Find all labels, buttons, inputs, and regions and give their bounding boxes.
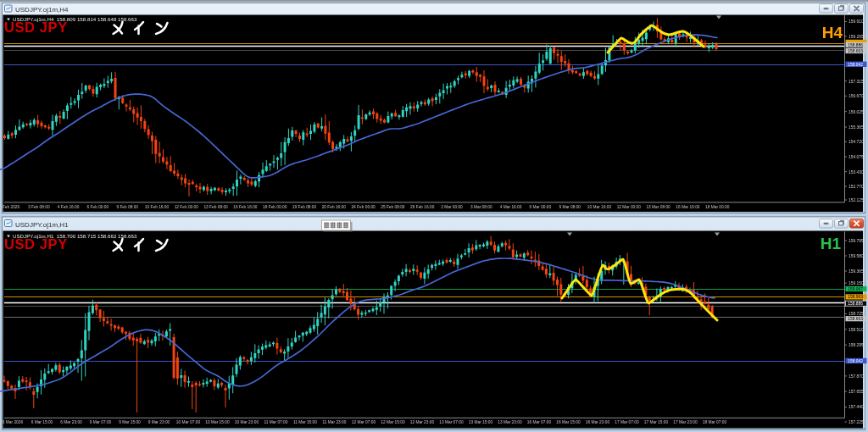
svg-text:159.795: 159.795 — [849, 239, 864, 243]
svg-text:159.910: 159.910 — [849, 19, 864, 24]
svg-text:157.655: 157.655 — [849, 390, 864, 394]
svg-text:USD JPY: USD JPY — [4, 236, 68, 252]
svg-text:6 Mar 15:00: 6 Mar 15:00 — [31, 420, 53, 424]
svg-text:153.430: 153.430 — [849, 170, 864, 174]
svg-text:13 Mar 23:00: 13 Mar 23:00 — [498, 420, 522, 424]
svg-text:18 Mar 00:00: 18 Mar 00:00 — [705, 205, 730, 209]
svg-text:10 Mar 15:00: 10 Mar 15:00 — [205, 420, 230, 424]
svg-text:9 Mar 08:00: 9 Mar 08:00 — [559, 205, 581, 209]
svg-text:158.963: 158.963 — [848, 295, 863, 299]
svg-text:11 Mar 07:00: 11 Mar 07:00 — [264, 420, 288, 424]
svg-text:159.265: 159.265 — [849, 35, 864, 39]
svg-text:12 Mar 15:00: 12 Mar 15:00 — [381, 420, 405, 424]
svg-text:11 Mar 23:00: 11 Mar 23:00 — [323, 420, 347, 424]
svg-text:12 Mar 00:00: 12 Mar 00:00 — [617, 205, 642, 209]
svg-text:158.725: 158.725 — [849, 312, 864, 316]
svg-text:16 Mar 07:00: 16 Mar 07:00 — [527, 420, 552, 424]
svg-text:12 Mar 07:00: 12 Mar 07:00 — [352, 420, 376, 424]
svg-text:10 Mar 07:00: 10 Mar 07:00 — [176, 420, 201, 424]
svg-text:155.365: 155.365 — [849, 125, 864, 130]
svg-text:13 Mar 15:00: 13 Mar 15:00 — [469, 420, 493, 424]
svg-text:USDJPY.oj1m,H4: USDJPY.oj1m,H4 — [15, 6, 69, 14]
svg-text:159.365: 159.365 — [849, 269, 864, 274]
svg-text:17 Mar 15:00: 17 Mar 15:00 — [644, 420, 669, 424]
svg-text:158.886: 158.886 — [848, 43, 863, 47]
svg-text:156.025: 156.025 — [849, 110, 864, 114]
svg-text:158.663: 158.663 — [848, 49, 863, 53]
svg-text:6 Mar 23:00: 6 Mar 23:00 — [60, 420, 82, 424]
svg-text:USD JPY: USD JPY — [4, 19, 68, 35]
svg-text:18 Mar 07:00: 18 Mar 07:00 — [703, 420, 727, 424]
svg-text:158.042: 158.042 — [848, 359, 863, 363]
svg-text:6 Mar 00:00: 6 Mar 00:00 — [530, 205, 552, 209]
svg-text:6 Feb 00:00: 6 Feb 00:00 — [87, 205, 109, 209]
svg-text:9 Mar 07:00: 9 Mar 07:00 — [90, 420, 112, 424]
svg-text:26 Feb 16:00: 26 Feb 16:00 — [410, 205, 435, 209]
svg-text:H1: H1 — [821, 235, 842, 252]
svg-text:157.870: 157.870 — [849, 374, 864, 379]
svg-text:157.315: 157.315 — [849, 80, 864, 84]
svg-text:16 Mar 23:00: 16 Mar 23:00 — [586, 420, 610, 424]
svg-text:157.225: 157.225 — [849, 420, 864, 424]
svg-text:11 Mar 15:00: 11 Mar 15:00 — [293, 420, 317, 424]
svg-text:10 Mar 16:00: 10 Mar 16:00 — [587, 205, 612, 209]
svg-text:158.042: 158.042 — [848, 63, 863, 67]
svg-text:17 Mar 23:00: 17 Mar 23:00 — [673, 420, 698, 424]
svg-text:158.886: 158.886 — [848, 302, 863, 306]
svg-text:156.670: 156.670 — [849, 94, 864, 98]
svg-text:3 Mar 08:00: 3 Mar 08:00 — [470, 205, 492, 209]
svg-text:154.075: 154.075 — [849, 155, 864, 159]
svg-text:H4: H4 — [822, 24, 843, 42]
svg-text:USDJPY.oj1m,H1: USDJPY.oj1m,H1 — [15, 221, 69, 229]
svg-text:13 Mar 07:00: 13 Mar 07:00 — [439, 420, 464, 424]
svg-text:158.295: 158.295 — [849, 343, 864, 347]
svg-text:16 Mar 16:00: 16 Mar 16:00 — [676, 205, 700, 209]
svg-text:2 Mar 00:00: 2 Mar 00:00 — [441, 205, 463, 209]
svg-text:159.580: 159.580 — [849, 254, 864, 258]
svg-text:152.770: 152.770 — [849, 185, 864, 189]
svg-text:158.510: 158.510 — [849, 328, 864, 332]
svg-text:159.150: 159.150 — [849, 281, 864, 285]
svg-text:154.720: 154.720 — [849, 140, 864, 144]
svg-text:16 Mar 15:00: 16 Mar 15:00 — [556, 420, 581, 424]
svg-text:9 Mar 23:00: 9 Mar 23:00 — [148, 420, 170, 424]
svg-text:10 Mar 23:00: 10 Mar 23:00 — [235, 420, 259, 424]
svg-text:17 Mar 07:00: 17 Mar 07:00 — [615, 420, 639, 424]
svg-text:12 Feb 00:00: 12 Feb 00:00 — [175, 205, 199, 209]
svg-text:25 Feb 08:00: 25 Feb 08:00 — [381, 205, 405, 209]
svg-text:9 Feb 08:00: 9 Feb 08:00 — [116, 205, 138, 209]
svg-text:4 Mar 16:00: 4 Mar 16:00 — [500, 205, 522, 209]
svg-text:19 Feb 08:00: 19 Feb 08:00 — [292, 205, 317, 209]
svg-text:159.067: 159.067 — [848, 287, 863, 291]
svg-text:2 Feb 2026: 2 Feb 2026 — [0, 205, 19, 209]
svg-text:24 Feb 00:00: 24 Feb 00:00 — [351, 205, 376, 209]
svg-text:4 Feb 16:00: 4 Feb 16:00 — [58, 205, 80, 209]
svg-text:13 Mar 08:00: 13 Mar 08:00 — [646, 205, 670, 209]
svg-text:9 Mar 15:00: 9 Mar 15:00 — [119, 420, 141, 424]
svg-text:157.440: 157.440 — [849, 405, 864, 409]
svg-text:12 Mar 23:00: 12 Mar 23:00 — [410, 420, 435, 424]
svg-text:152.125: 152.125 — [849, 198, 864, 202]
svg-text:20 Feb 16:00: 20 Feb 16:00 — [322, 205, 347, 209]
svg-text:16 Feb 16:00: 16 Feb 16:00 — [233, 205, 258, 209]
svg-text:18 Feb 00:00: 18 Feb 00:00 — [263, 205, 287, 209]
svg-text:158.663: 158.663 — [848, 317, 863, 321]
svg-text:3 Feb 08:00: 3 Feb 08:00 — [28, 205, 50, 209]
svg-text:10 Feb 16:00: 10 Feb 16:00 — [145, 205, 170, 209]
svg-text:6 Mar 2026: 6 Mar 2026 — [3, 420, 24, 424]
svg-text:13 Feb 08:00: 13 Feb 08:00 — [203, 205, 228, 209]
